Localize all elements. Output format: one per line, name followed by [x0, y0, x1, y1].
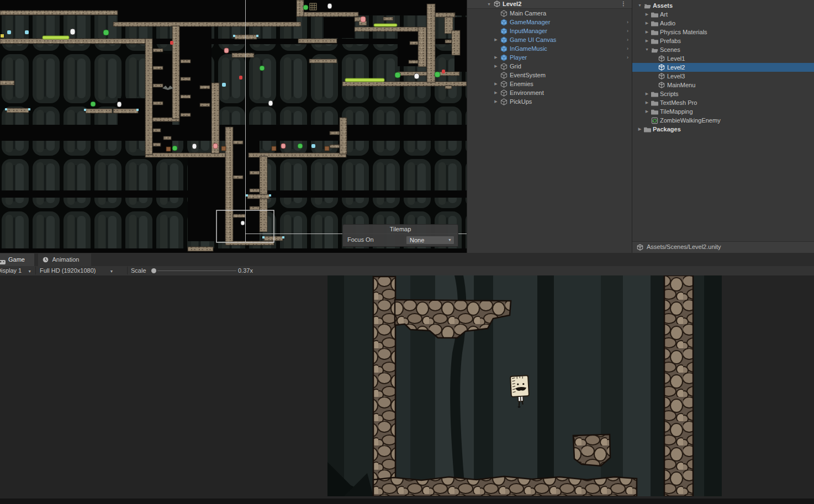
- scale-slider-knob[interactable]: [151, 268, 156, 273]
- project-panel[interactable]: ▼Assets▶Art▶Audio▶Physics Materials▶Pref…: [632, 0, 814, 253]
- hierarchy-item-label: Game UI Canvas: [510, 35, 556, 44]
- project-item-label: ZombieWalkingEnemy: [660, 116, 721, 125]
- expander-icon[interactable]: ▶: [644, 36, 650, 45]
- project-item-audio[interactable]: ▶Audio: [632, 19, 814, 28]
- chevron-right-icon[interactable]: ›: [627, 35, 628, 44]
- project-item-label: Level1: [667, 54, 685, 63]
- project-item-prefabs[interactable]: ▶Prefabs: [632, 36, 814, 45]
- expander-icon[interactable]: ▶: [493, 53, 499, 62]
- hierarchy-item-pickups[interactable]: ▶PickUps: [467, 97, 632, 106]
- project-item-mainmenu[interactable]: MainMenu: [632, 81, 814, 89]
- chevron-right-icon[interactable]: ›: [627, 44, 628, 53]
- display-dropdown[interactable]: Display 1 ▼: [0, 266, 31, 276]
- expander-icon[interactable]: ▶: [637, 125, 643, 134]
- toolbar-divider: [127, 267, 128, 274]
- prefab-cube-icon: [500, 36, 508, 44]
- gameobject-cube-icon: [500, 63, 508, 70]
- folder-open-icon: [644, 2, 651, 9]
- expander-icon[interactable]: ▶: [493, 79, 499, 88]
- tab-game[interactable]: Game: [0, 253, 34, 266]
- hierarchy-item-game-ui-canvas[interactable]: ▶Game UI Canvas›: [467, 35, 632, 44]
- folder-icon: [651, 108, 658, 115]
- prefab-cube-icon: [500, 19, 508, 26]
- collapse-triangle-icon[interactable]: ▼: [487, 0, 491, 8]
- kebab-menu-icon[interactable]: ⋮: [621, 0, 626, 8]
- hierarchy-item-player[interactable]: ▶Player›: [467, 53, 632, 62]
- hierarchy-item-enemies[interactable]: ▶Enemies: [467, 79, 632, 88]
- project-item-label: Assets: [653, 1, 673, 10]
- hierarchy-item-label: InputManager: [510, 26, 547, 35]
- hierarchy-item-gamemanager[interactable]: GameManager›: [467, 18, 632, 26]
- project-item-scripts[interactable]: ▶Scripts: [632, 89, 814, 98]
- selected-asset-path: Assets/Scenes/Level2.unity: [647, 242, 721, 252]
- project-item-packages[interactable]: ▶Packages: [632, 125, 814, 134]
- expander-icon[interactable]: ▶: [644, 89, 650, 98]
- unity-scene-icon: [658, 82, 665, 89]
- expander-icon[interactable]: ▼: [644, 45, 650, 54]
- game-view-content: [0, 275, 814, 498]
- project-item-scenes[interactable]: ▼Scenes: [632, 45, 814, 54]
- hierarchy-item-grid[interactable]: ▶Grid: [467, 62, 632, 71]
- project-item-level3[interactable]: Level3: [632, 72, 814, 81]
- expander-icon[interactable]: ▶: [644, 28, 650, 36]
- tilemap-focus-overlay: Tilemap Focus On None ▼: [342, 224, 458, 247]
- hierarchy-item-label: Main Camera: [510, 9, 546, 18]
- hierarchy-item-ingamemusic[interactable]: InGameMusic›: [467, 44, 632, 53]
- project-item-tilemapping[interactable]: ▶TileMapping: [632, 107, 814, 116]
- expander-icon[interactable]: ▶: [493, 35, 499, 44]
- expander-icon[interactable]: ▶: [644, 98, 650, 107]
- expander-icon[interactable]: ▶: [493, 97, 499, 106]
- gameobject-cube-icon: [500, 81, 508, 88]
- chevron-right-icon[interactable]: ›: [627, 18, 628, 26]
- expander-icon[interactable]: ▶: [644, 10, 650, 19]
- hierarchy-scene-header[interactable]: ▼ Level2 ⋮: [467, 0, 632, 9]
- project-item-assets[interactable]: ▼Assets: [632, 1, 814, 10]
- project-item-label: Level3: [667, 72, 685, 81]
- tab-animation[interactable]: Animation: [38, 253, 91, 266]
- folder-icon: [651, 20, 658, 27]
- gameobject-cube-icon: [500, 98, 508, 105]
- expander-icon[interactable]: ▶: [644, 19, 650, 28]
- project-item-label: Scripts: [660, 89, 679, 98]
- project-item-textmesh-pro[interactable]: ▶TextMesh Pro: [632, 98, 814, 107]
- focus-on-dropdown[interactable]: None ▼: [406, 236, 454, 245]
- chevron-down-icon: ▼: [110, 269, 114, 273]
- folder-open-icon: [651, 46, 658, 54]
- project-item-art[interactable]: ▶Art: [632, 10, 814, 19]
- chevron-down-icon: ▼: [448, 236, 452, 244]
- expander-icon[interactable]: ▼: [637, 1, 643, 10]
- chevron-down-icon: ▼: [28, 269, 31, 273]
- scale-value: 0.37x: [238, 266, 253, 275]
- game-view-toolbar: Display 1 ▼ Full HD (1920x1080) ▼ Scale …: [0, 266, 814, 276]
- scale-slider-track[interactable]: [157, 270, 236, 271]
- project-item-zombiewalkingenemy[interactable]: ZombieWalkingEnemy: [632, 116, 814, 125]
- expander-icon[interactable]: ▶: [493, 88, 499, 97]
- hierarchy-item-label: InGameMusic: [510, 44, 547, 53]
- scene-view[interactable]: Tilemap Focus On None ▼: [0, 0, 467, 253]
- prefab-asset-icon: [651, 117, 658, 124]
- hierarchy-item-label: GameManager: [510, 18, 550, 26]
- project-item-label: Prefabs: [660, 36, 681, 45]
- chevron-right-icon[interactable]: ›: [627, 26, 628, 35]
- project-item-label: MainMenu: [667, 81, 695, 89]
- project-item-label: Packages: [653, 125, 681, 134]
- folder-icon: [651, 11, 658, 18]
- project-item-label: Art: [660, 10, 668, 19]
- hierarchy-panel[interactable]: ▼ Level2 ⋮ Main CameraGameManager›InputM…: [467, 0, 632, 253]
- gameobject-cube-icon: [500, 89, 508, 97]
- hierarchy-item-main-camera[interactable]: Main Camera: [467, 9, 632, 18]
- chevron-right-icon[interactable]: ›: [627, 53, 628, 62]
- clock-icon: [43, 254, 49, 267]
- resolution-dropdown[interactable]: Full HD (1920x1080) ▼: [40, 266, 114, 276]
- hierarchy-item-environment[interactable]: ▶Environment: [467, 88, 632, 97]
- unity-scene-icon: [494, 1, 500, 9]
- project-item-physics-materials[interactable]: ▶Physics Materials: [632, 28, 814, 36]
- project-item-level1[interactable]: Level1: [632, 54, 814, 63]
- hierarchy-item-label: Player: [510, 53, 527, 62]
- project-status-bar: Assets/Scenes/Level2.unity: [632, 241, 814, 253]
- expander-icon[interactable]: ▶: [493, 62, 499, 71]
- project-item-level2[interactable]: Level2: [632, 63, 814, 72]
- expander-icon[interactable]: ▶: [644, 107, 650, 116]
- hierarchy-item-eventsystem[interactable]: EventSystem: [467, 71, 632, 79]
- hierarchy-item-inputmanager[interactable]: InputManager›: [467, 26, 632, 35]
